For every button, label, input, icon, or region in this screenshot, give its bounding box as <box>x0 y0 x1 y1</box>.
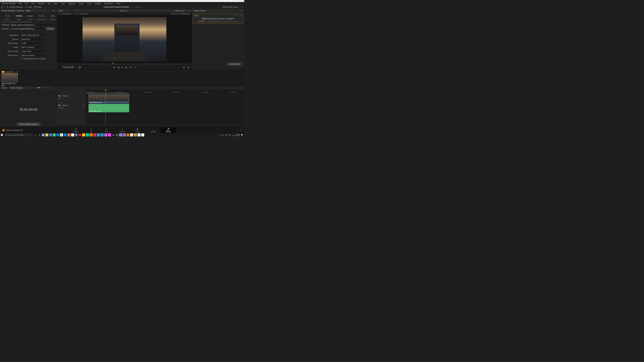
preset-youtube[interactable]: ▶ YouTube ⌵ 2160p <box>13 14 24 20</box>
audio-select[interactable]: Main 1 (Stereo)⌵ <box>20 45 44 49</box>
viewer-canvas[interactable] <box>57 15 192 63</box>
timeline-view-icon[interactable]: ▭ <box>28 87 29 89</box>
project-title[interactable]: Uitleg basis Davinci Resolve <box>104 6 129 8</box>
volume-icon[interactable]: 🔊 <box>79 66 81 68</box>
vcodec-select[interactable]: H.264⌵ <box>20 41 44 45</box>
render-scope-select[interactable]: Entire Timeline⌵ <box>9 86 26 89</box>
minimize-icon[interactable]: — <box>236 0 238 2</box>
notes-icon[interactable]: 📝 <box>130 133 133 136</box>
menu-view[interactable]: View <box>60 2 66 4</box>
preset-custom[interactable]: Custom <box>2 14 13 20</box>
edge-icon[interactable]: e <box>64 133 67 136</box>
tab-color[interactable]: ◉Color <box>130 127 145 133</box>
menu-fairlight[interactable]: Fairlight <box>93 2 102 4</box>
taskbar-search[interactable]: ⊘ Typ hier om te zoeken <box>4 133 32 136</box>
maximize-icon[interactable]: ▢ <box>239 0 241 2</box>
video-track-header[interactable]: V1Video 1 1 Clip <box>57 94 86 104</box>
render-queue-button[interactable]: Render Queue <box>223 6 238 8</box>
menu-mark[interactable]: Mark <box>52 2 59 4</box>
clip-thumbnail[interactable]: 01 00:04:22:04 V1 Apple ProRes 422 HQ <box>2 71 18 85</box>
chevron-down-icon[interactable]: ⌵ <box>129 10 130 11</box>
last-frame-icon[interactable]: ⏭ <box>130 66 132 68</box>
quick-export-button[interactable] <box>1 6 4 8</box>
taskbar-clock[interactable]: 11:04 16-10-2019 <box>232 134 240 136</box>
loop-icon[interactable]: ↻ <box>134 66 136 68</box>
notifications-icon[interactable]: 💬 <box>241 134 243 136</box>
resolve-icon[interactable]: ◉ <box>112 133 115 136</box>
prev-frame-icon[interactable]: ◀ <box>118 66 119 68</box>
aftereffects-icon[interactable]: Ae <box>123 133 126 136</box>
upload-checkbox[interactable] <box>20 58 22 60</box>
premiere-icon[interactable]: Pr <box>119 133 122 136</box>
menu-file[interactable]: File <box>18 2 23 4</box>
clips-button[interactable]: Clips ⌵ <box>34 6 43 8</box>
tab-edit[interactable]: ≡Edit <box>99 127 114 133</box>
timeline-timecode[interactable]: 01:01:04:20 <box>20 108 38 111</box>
preset-imf[interactable]: IMF Generic <box>47 14 57 20</box>
browse-button[interactable]: Browse <box>46 27 55 30</box>
timeline-ruler[interactable]: 01:00:00:00 01:01:37:02 01:03:14:04 01:0… <box>86 89 244 94</box>
first-frame-icon[interactable]: ⏮ <box>113 66 115 68</box>
start-button[interactable] <box>0 133 4 137</box>
solo-button[interactable]: S <box>58 107 61 109</box>
store-icon[interactable]: ⊞ <box>60 133 63 136</box>
tab-media[interactable]: ⊞Media <box>68 127 84 133</box>
preset-h264[interactable]: H.264 H.264 Master <box>36 14 47 20</box>
preset-vimeo[interactable]: vimeo ⌵ 1080p <box>24 14 36 20</box>
stop-icon[interactable]: ■ <box>122 66 123 68</box>
vlc-icon[interactable]: ▲ <box>126 133 130 136</box>
word-icon[interactable]: W <box>75 133 78 136</box>
close-icon[interactable]: ✕ <box>242 0 244 2</box>
menu-davinci[interactable]: DaVinci Resolve <box>1 2 17 4</box>
menu-timeline[interactable]: Timeline <box>36 2 46 4</box>
job-close-icon[interactable]: ✕ <box>240 15 242 16</box>
gear-icon[interactable]: ⚙ <box>240 129 242 131</box>
viewer-scrubber[interactable] <box>60 63 189 65</box>
chrome-icon[interactable]: ◉ <box>71 133 74 136</box>
photoshop-icon[interactable]: Ps <box>100 133 104 136</box>
zoom-level[interactable]: 34% ⌵ <box>59 10 64 12</box>
burnin-select[interactable]: Same as project⌵ <box>20 54 44 57</box>
in-timecode[interactable]: 01:00:00:00 <box>62 13 71 15</box>
add-to-queue-button[interactable]: Add to Render Queue <box>16 122 40 126</box>
menu-trim[interactable]: Trim <box>30 2 36 4</box>
folder-icon[interactable]: 📂 <box>45 133 48 136</box>
settings-taskbar-icon[interactable]: ⚙ <box>38 133 41 136</box>
indesign-icon[interactable]: Id <box>93 133 96 136</box>
tray-network-icon[interactable]: 🖧 <box>222 134 224 136</box>
video-clip[interactable]: basis-uitleg-1.mov <box>88 94 129 103</box>
filename-input[interactable] <box>10 23 55 26</box>
filezilla-icon[interactable]: Fz <box>78 133 82 136</box>
lightroom-icon[interactable]: Lr <box>97 133 100 136</box>
menu-clip[interactable]: Clip <box>46 2 52 4</box>
zoom-slider[interactable] <box>34 87 48 88</box>
tab-deliver[interactable]: 🚀Deliver <box>161 127 176 133</box>
xd-icon[interactable]: Xd <box>108 133 111 136</box>
cloud-icon[interactable]: ☁ <box>141 133 144 136</box>
whatsapp-icon[interactable]: ✆ <box>53 133 56 136</box>
tab-fusion[interactable]: ✦Fusion <box>114 127 130 133</box>
music-icon[interactable]: ♫ <box>241 87 242 89</box>
timecode-display[interactable]: 00:05:19:21 <box>175 10 185 12</box>
playhead-icon[interactable] <box>113 63 113 65</box>
app-icon-generic[interactable]: ● <box>82 133 85 136</box>
security-icon[interactable]: 🛡 <box>138 133 140 136</box>
preset-scrollbar[interactable] <box>2 22 32 22</box>
illustrator-icon[interactable]: Ai <box>90 133 92 136</box>
menu-playback[interactable]: Playback <box>66 2 77 4</box>
menu-help[interactable]: Help <box>115 2 122 4</box>
location-input[interactable] <box>10 27 44 30</box>
timeline-playhead[interactable] <box>106 89 106 125</box>
jump-prev-icon[interactable]: |◀ <box>187 66 189 68</box>
archive-icon[interactable]: 📦 <box>134 133 137 136</box>
tab-cut[interactable]: ✂Cut <box>84 127 99 133</box>
menu-workspace[interactable]: Workspace <box>103 2 114 4</box>
explorer-icon[interactable]: 📁 <box>42 133 44 136</box>
tray-volume-icon[interactable]: 🔊 <box>225 134 227 136</box>
kebab-icon[interactable]: ••• <box>240 10 242 12</box>
job-reload-icon[interactable]: ⟳ <box>235 15 236 16</box>
tray-expand-icon[interactable]: ˄ <box>217 134 218 136</box>
obs-icon[interactable]: ◉ <box>116 133 118 136</box>
tab-fairlight[interactable]: ♪Fairlight <box>145 127 161 133</box>
out-timecode[interactable]: 01:02:25:23 <box>79 13 88 15</box>
